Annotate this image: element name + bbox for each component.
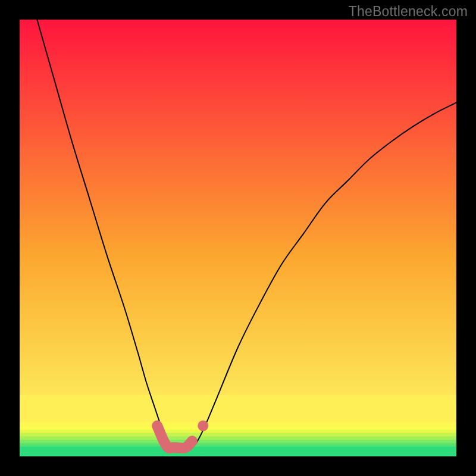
svg-rect-2 (20, 443, 456, 446)
svg-rect-3 (20, 439, 456, 443)
plot-svg (20, 20, 456, 456)
svg-rect-6 (20, 430, 456, 433)
background-gradient (20, 20, 456, 456)
svg-rect-9 (20, 395, 456, 421)
svg-rect-5 (20, 433, 456, 436)
svg-rect-0 (20, 20, 456, 456)
highlight-dot (198, 421, 208, 431)
chart-frame: TheBottleneck.com (0, 0, 476, 476)
svg-rect-1 (20, 446, 456, 456)
svg-rect-8 (20, 421, 456, 426)
watermark-text: TheBottleneck.com (349, 4, 468, 20)
svg-rect-4 (20, 436, 456, 439)
background-bands (20, 395, 456, 456)
plot-area (20, 20, 456, 456)
svg-rect-7 (20, 426, 456, 430)
